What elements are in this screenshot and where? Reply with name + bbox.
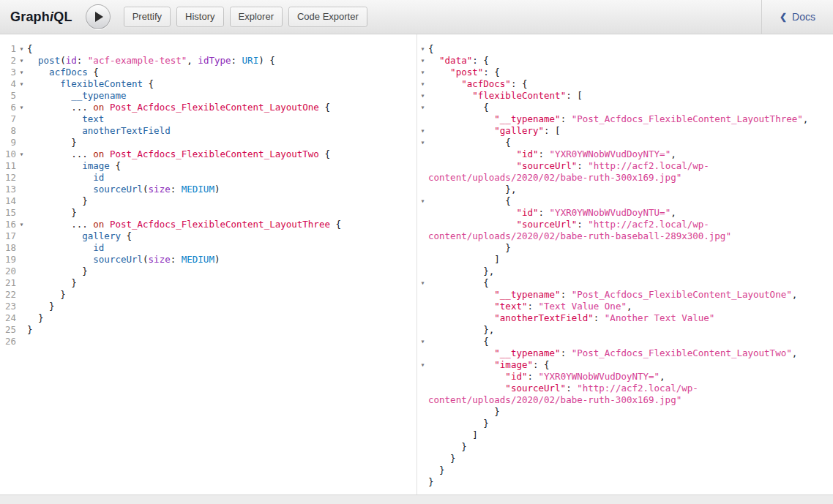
code-text: ] xyxy=(428,254,833,266)
code-text: } xyxy=(27,137,77,148)
syntax-token: : { xyxy=(533,359,550,370)
code-text: "id": "YXR0YWNobWVudDoyNTY=", xyxy=(428,371,833,383)
syntax-token: { xyxy=(269,55,275,66)
history-button[interactable]: History xyxy=(177,7,223,26)
code-exporter-button[interactable]: Code Exporter xyxy=(289,7,367,26)
syntax-token xyxy=(428,113,494,124)
code-text: } xyxy=(27,207,77,219)
syntax-token: "acfDocs" xyxy=(461,78,511,89)
fold-arrow-icon[interactable]: ▾ xyxy=(417,359,428,371)
fold-gutter xyxy=(417,254,428,266)
line-number: 16 xyxy=(0,219,16,230)
code-text: } xyxy=(428,242,833,254)
code-line: 4▾ flexibleContent { xyxy=(0,78,416,90)
syntax-token xyxy=(428,78,461,89)
fold-gutter xyxy=(16,301,27,312)
fold-gutter xyxy=(417,207,428,219)
syntax-token: } xyxy=(82,195,88,206)
fold-gutter xyxy=(417,464,428,476)
syntax-token xyxy=(428,383,505,394)
syntax-token xyxy=(428,359,494,370)
syntax-token: "image" xyxy=(494,359,533,370)
code-line: 10▾ ... on Post_Acfdocs_FlexibleContent_… xyxy=(0,148,416,160)
fold-arrow-icon[interactable]: ▾ xyxy=(417,55,428,67)
fold-arrow-icon[interactable]: ▾ xyxy=(417,78,428,90)
code-line: ▾ { xyxy=(417,137,833,148)
syntax-token: size xyxy=(149,184,171,195)
syntax-token: , xyxy=(792,347,798,358)
fold-arrow-icon[interactable]: ▾ xyxy=(16,43,27,55)
line-number: 21 xyxy=(0,277,16,289)
code-text: "id": "YXR0YWNobWVudDoyNTY=", xyxy=(428,148,833,160)
code-line: 22 } xyxy=(0,289,416,301)
syntax-token: "Post_Acfdocs_FlexibleContent_LayoutTwo" xyxy=(572,347,792,358)
syntax-token: Post_Acfdocs_FlexibleContent_LayoutTwo xyxy=(110,148,319,159)
syntax-token: "YXR0YWNobWVudDoyNTY=" xyxy=(539,371,660,382)
prettify-button[interactable]: Prettify xyxy=(124,7,170,26)
docs-button[interactable]: ❮ Docs xyxy=(761,0,833,34)
line-number: 26 xyxy=(0,336,16,347)
fold-arrow-icon[interactable]: ▾ xyxy=(417,137,428,148)
syntax-token: "sourceUrl" xyxy=(516,160,577,171)
syntax-token: } xyxy=(71,137,77,148)
code-line: "id": "YXR0YWNobWVudDoyNTU=", xyxy=(417,207,833,219)
syntax-token: "YXR0YWNobWVudDoyNTU=" xyxy=(550,207,671,218)
code-line: "__typename": "Post_Acfdocs_FlexibleCont… xyxy=(417,113,833,125)
syntax-token: { xyxy=(483,336,489,347)
execute-button[interactable] xyxy=(86,4,111,29)
syntax-token: { xyxy=(505,195,511,206)
syntax-token: Post_Acfdocs_FlexibleContent_LayoutOne xyxy=(110,102,319,113)
fold-arrow-icon[interactable]: ▾ xyxy=(417,43,428,55)
syntax-token: : xyxy=(539,207,550,218)
code-line: "sourceUrl": "http://acf2.local/wp-conte… xyxy=(417,383,833,406)
code-text: } xyxy=(27,277,77,289)
syntax-token: "text" xyxy=(494,301,527,312)
code-line: 25} xyxy=(0,324,416,336)
syntax-token: : { xyxy=(472,55,489,66)
fold-arrow-icon[interactable]: ▾ xyxy=(417,195,428,207)
syntax-token: image xyxy=(82,160,110,171)
fold-arrow-icon[interactable]: ▾ xyxy=(417,67,428,78)
code-line: 21 } xyxy=(0,277,416,289)
code-line: "id": "YXR0YWNobWVudDoyNTY=", xyxy=(417,371,833,383)
syntax-token: "acf-example-test" xyxy=(88,55,187,66)
fold-arrow-icon[interactable]: ▾ xyxy=(16,148,27,160)
fold-arrow-icon[interactable]: ▾ xyxy=(16,67,27,78)
code-line: "__typename": "Post_Acfdocs_FlexibleCont… xyxy=(417,347,833,359)
fold-arrow-icon[interactable]: ▾ xyxy=(16,55,27,67)
explorer-button[interactable]: Explorer xyxy=(231,7,282,26)
fold-arrow-icon[interactable]: ▾ xyxy=(417,102,428,113)
syntax-token: "data" xyxy=(439,55,472,66)
syntax-token: } xyxy=(439,464,445,475)
code-line: "text": "Text Value One", xyxy=(417,301,833,312)
fold-gutter xyxy=(16,336,27,347)
line-number: 3 xyxy=(0,67,16,78)
fold-gutter xyxy=(417,184,428,195)
syntax-token: { xyxy=(115,160,121,171)
code-text: __typename xyxy=(27,90,126,102)
syntax-token xyxy=(27,55,38,66)
bottom-scrollbar-track[interactable] xyxy=(0,494,833,504)
fold-arrow-icon[interactable]: ▾ xyxy=(417,277,428,289)
line-number: 7 xyxy=(0,113,16,125)
syntax-token xyxy=(27,230,82,241)
syntax-token: on xyxy=(93,219,104,230)
topbar: GraphiQL Prettify History Explorer Code … xyxy=(0,0,833,34)
fold-arrow-icon[interactable]: ▾ xyxy=(417,90,428,102)
syntax-token: { xyxy=(126,230,132,241)
fold-arrow-icon[interactable]: ▾ xyxy=(16,78,27,90)
syntax-token: { xyxy=(324,148,330,159)
line-number: 9 xyxy=(0,137,16,148)
fold-arrow-icon[interactable]: ▾ xyxy=(417,336,428,347)
syntax-token: : [ xyxy=(544,125,561,136)
syntax-token: Post_Acfdocs_FlexibleContent_LayoutThree xyxy=(110,219,330,230)
syntax-token xyxy=(428,102,483,113)
code-line: 3▾ acfDocs { xyxy=(0,67,416,78)
query-editor[interactable]: 1▾{2▾ post(id: "acf-example-test", idTyp… xyxy=(0,34,416,494)
fold-arrow-icon[interactable]: ▾ xyxy=(16,219,27,230)
play-icon xyxy=(95,12,103,22)
fold-arrow-icon[interactable]: ▾ xyxy=(417,125,428,137)
fold-arrow-icon[interactable]: ▾ xyxy=(16,102,27,113)
syntax-token xyxy=(428,207,516,218)
code-line: "anotherTextField": "Another Text Value" xyxy=(417,312,833,324)
